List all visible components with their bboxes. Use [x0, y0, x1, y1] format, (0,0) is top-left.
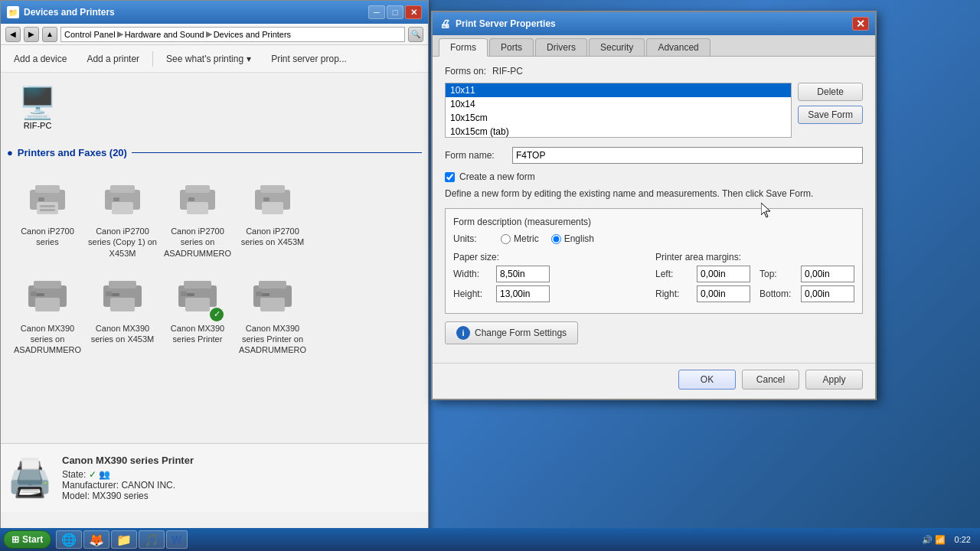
start-button[interactable]: ⊞ Start	[3, 530, 51, 549]
margins-label: Printer area margins:	[655, 252, 854, 262]
svg-rect-31	[187, 293, 194, 296]
taskbar-ie-button[interactable]: 🌐	[56, 530, 82, 549]
list-item[interactable]: Canon iP2700 series	[13, 174, 82, 259]
cancel-button[interactable]: Cancel	[742, 370, 799, 390]
printer-svg-icon	[251, 276, 294, 315]
cp-window-title: Devices and Printers	[24, 7, 115, 18]
list-item[interactable]: ✓ Canon MX390 series Printer	[163, 271, 232, 356]
add-printer-button[interactable]: Add a printer	[80, 50, 146, 68]
printer-name: Canon iP2700 series (Copy 1) on X453M	[88, 226, 157, 259]
cp-toolbar: Add a device Add a printer See what's pr…	[1, 45, 428, 73]
forms-on-row: Forms on: RIF-PC	[445, 66, 863, 77]
taskbar-word-button[interactable]: W	[166, 530, 187, 549]
see-whats-printing-button[interactable]: See what's printing ▾	[159, 50, 258, 68]
printer-icon	[23, 271, 72, 320]
metric-radio[interactable]	[501, 234, 511, 244]
svg-rect-16	[262, 202, 283, 214]
form-name-input[interactable]	[512, 147, 863, 164]
add-device-button[interactable]: Add a device	[7, 50, 74, 68]
list-item[interactable]: Canon MX390 series on ASADRUMMERO	[13, 271, 82, 356]
forms-list-item[interactable]: 10x15cm (tab)	[446, 125, 791, 138]
clock: 0:22	[949, 535, 977, 544]
bullet-icon: ●	[7, 147, 13, 158]
start-label: Start	[22, 534, 43, 545]
width-input[interactable]	[496, 266, 550, 282]
list-item[interactable]: Canon iP2700 series on X453M	[238, 174, 307, 259]
english-radio[interactable]	[551, 234, 561, 244]
computer-item[interactable]: 🖥️ RIF-PC	[7, 79, 68, 136]
list-item[interactable]: Canon iP2700 series on ASADRUMMERO	[163, 174, 232, 259]
height-input[interactable]	[496, 285, 550, 302]
address-path[interactable]: Control Panel ▶ Hardware and Sound ▶ Dev…	[60, 27, 405, 42]
metric-radio-item[interactable]: Metric	[501, 233, 539, 244]
printers-grid: Canon iP2700 series Canon iP2700 series …	[7, 168, 422, 265]
section-title: Printers and Faxes (20)	[18, 147, 127, 158]
apply-button[interactable]: Apply	[805, 370, 863, 390]
forms-listbox[interactable]: 10x11 10x14 10x15cm 10x15cm (tab)	[445, 83, 792, 138]
status-manufacturer: Manufacturer: CANON INC.	[62, 480, 194, 491]
svg-rect-1	[35, 185, 60, 193]
computer-label: RIF-PC	[24, 121, 52, 130]
forms-on-value: RIF-PC	[492, 66, 523, 77]
svg-rect-17	[263, 197, 270, 201]
svg-rect-24	[109, 281, 136, 289]
bottom-label: Bottom:	[760, 289, 798, 299]
forms-list-item[interactable]: 10x11	[446, 83, 791, 97]
printer-icon: ✓	[173, 271, 222, 320]
width-label: Width:	[453, 269, 492, 279]
print-server-button[interactable]: Print server prop...	[264, 50, 354, 68]
right-input[interactable]	[697, 285, 750, 302]
back-button[interactable]: ◀	[5, 27, 21, 42]
section-divider	[132, 152, 422, 153]
english-radio-item[interactable]: English	[551, 233, 594, 244]
bottom-input[interactable]	[801, 285, 854, 302]
change-form-settings-button[interactable]: i Change Form Settings	[445, 321, 578, 344]
save-form-button[interactable]: Save Form	[798, 106, 863, 124]
printer-svg-icon	[101, 179, 144, 217]
svg-rect-32	[181, 292, 187, 296]
tab-forms[interactable]: Forms	[439, 38, 488, 57]
cp-close-button[interactable]: ✕	[405, 5, 422, 19]
cp-titlebar: 📁 Devices and Printers ─ □ ✕	[1, 1, 428, 24]
print-server-properties-dialog: 🖨 Print Server Properties ✕ Forms Ports …	[431, 11, 877, 400]
status-info: Canon MX390 series Printer State: ✓ 👥 Ma…	[62, 455, 194, 501]
margins-grid: Left: Top: Right: Bottom:	[655, 266, 854, 302]
left-input[interactable]	[697, 266, 750, 282]
status-panel: 🖨️ Canon MX390 series Printer State: ✓ 👥…	[1, 443, 428, 512]
printers-grid-row2: Canon MX390 series on ASADRUMMERO Canon …	[7, 265, 422, 362]
taskbar-explorer-button[interactable]: 📁	[111, 530, 137, 549]
create-new-form-checkbox[interactable]	[445, 172, 455, 182]
svg-rect-12	[187, 202, 208, 214]
form-name-label: Form name:	[445, 150, 506, 161]
forward-button[interactable]: ▶	[24, 27, 39, 42]
list-item[interactable]: Canon MX390 series Printer on ASADRUMMER…	[238, 271, 307, 356]
status-state: State: ✓ 👥	[62, 469, 194, 480]
list-item[interactable]: Canon MX390 series on X453M	[88, 271, 157, 356]
forms-list-item[interactable]: 10x15cm	[446, 111, 791, 125]
address-part-2: Hardware and Sound	[125, 30, 204, 39]
taskbar-firefox-button[interactable]: 🦊	[83, 530, 109, 549]
units-row: Units: Metric English	[453, 233, 854, 244]
ok-button[interactable]: OK	[678, 370, 736, 390]
forms-list-item[interactable]: 10x14	[446, 97, 791, 111]
cp-minimize-button[interactable]: ─	[368, 5, 385, 19]
search-button[interactable]: 🔍	[408, 27, 423, 42]
form-description-box: Form description (measurements) Units: M…	[445, 208, 863, 314]
up-button[interactable]: ▲	[42, 27, 57, 42]
delete-button[interactable]: Delete	[798, 83, 863, 101]
svg-rect-7	[110, 185, 135, 193]
tab-security[interactable]: Security	[589, 38, 645, 56]
tab-advanced[interactable]: Advanced	[646, 38, 710, 56]
explorer-icon: 📁	[116, 533, 132, 547]
height-row: Height:	[453, 285, 643, 302]
top-input[interactable]	[801, 266, 854, 282]
create-new-form-label: Create a new form	[459, 171, 535, 182]
paper-size-label: Paper size:	[453, 252, 643, 262]
cp-maximize-button[interactable]: □	[387, 5, 403, 19]
taskbar-media-button[interactable]: 🎵	[139, 530, 165, 549]
dialog-close-button[interactable]: ✕	[852, 17, 869, 31]
tab-drivers[interactable]: Drivers	[535, 38, 587, 56]
tab-ports[interactable]: Ports	[489, 38, 534, 56]
list-item[interactable]: Canon iP2700 series (Copy 1) on X453M	[88, 174, 157, 259]
computer-icon: 🖥️	[18, 85, 57, 121]
